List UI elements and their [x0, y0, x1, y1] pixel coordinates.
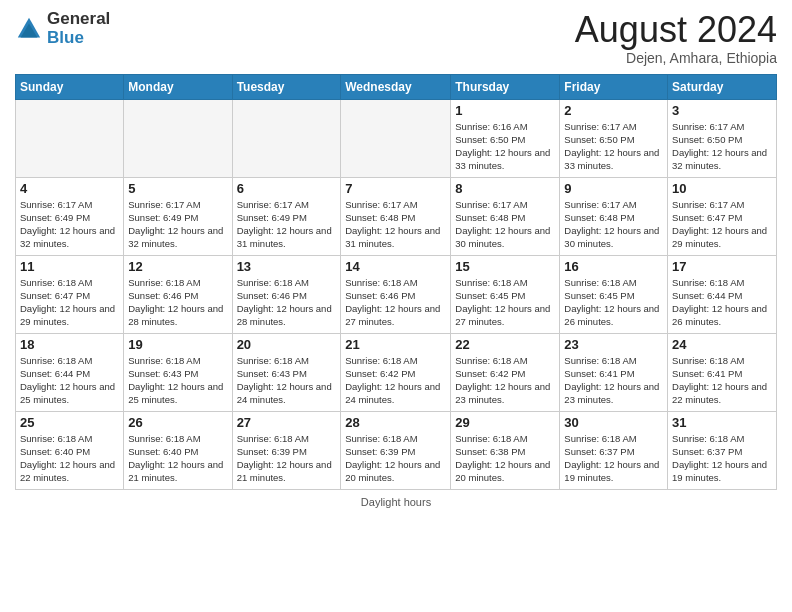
day-info: Sunrise: 6:17 AMSunset: 6:48 PMDaylight:… [455, 198, 555, 251]
footer: Daylight hours [15, 496, 777, 508]
day-number: 8 [455, 181, 555, 196]
location: Dejen, Amhara, Ethiopia [575, 50, 777, 66]
day-number: 25 [20, 415, 119, 430]
day-info: Sunrise: 6:18 AMSunset: 6:45 PMDaylight:… [564, 276, 663, 329]
calendar-cell: 9Sunrise: 6:17 AMSunset: 6:48 PMDaylight… [560, 177, 668, 255]
calendar-cell: 29Sunrise: 6:18 AMSunset: 6:38 PMDayligh… [451, 411, 560, 489]
logo-text: General Blue [47, 10, 110, 47]
day-info: Sunrise: 6:18 AMSunset: 6:38 PMDaylight:… [455, 432, 555, 485]
calendar-cell: 12Sunrise: 6:18 AMSunset: 6:46 PMDayligh… [124, 255, 232, 333]
day-number: 15 [455, 259, 555, 274]
day-info: Sunrise: 6:18 AMSunset: 6:37 PMDaylight:… [564, 432, 663, 485]
day-info: Sunrise: 6:16 AMSunset: 6:50 PMDaylight:… [455, 120, 555, 173]
day-info: Sunrise: 6:18 AMSunset: 6:40 PMDaylight:… [20, 432, 119, 485]
day-info: Sunrise: 6:17 AMSunset: 6:50 PMDaylight:… [672, 120, 772, 173]
day-info: Sunrise: 6:17 AMSunset: 6:48 PMDaylight:… [345, 198, 446, 251]
day-number: 7 [345, 181, 446, 196]
title-block: August 2024 Dejen, Amhara, Ethiopia [575, 10, 777, 66]
calendar-cell: 22Sunrise: 6:18 AMSunset: 6:42 PMDayligh… [451, 333, 560, 411]
day-number: 26 [128, 415, 227, 430]
day-info: Sunrise: 6:17 AMSunset: 6:49 PMDaylight:… [237, 198, 337, 251]
day-number: 18 [20, 337, 119, 352]
day-number: 28 [345, 415, 446, 430]
day-info: Sunrise: 6:18 AMSunset: 6:39 PMDaylight:… [345, 432, 446, 485]
day-info: Sunrise: 6:18 AMSunset: 6:46 PMDaylight:… [237, 276, 337, 329]
day-number: 21 [345, 337, 446, 352]
calendar-cell: 11Sunrise: 6:18 AMSunset: 6:47 PMDayligh… [16, 255, 124, 333]
day-header-monday: Monday [124, 74, 232, 99]
day-header-friday: Friday [560, 74, 668, 99]
day-number: 5 [128, 181, 227, 196]
calendar-cell: 30Sunrise: 6:18 AMSunset: 6:37 PMDayligh… [560, 411, 668, 489]
calendar-cell: 31Sunrise: 6:18 AMSunset: 6:37 PMDayligh… [668, 411, 777, 489]
calendar-cell: 13Sunrise: 6:18 AMSunset: 6:46 PMDayligh… [232, 255, 341, 333]
calendar-cell: 14Sunrise: 6:18 AMSunset: 6:46 PMDayligh… [341, 255, 451, 333]
calendar-cell: 28Sunrise: 6:18 AMSunset: 6:39 PMDayligh… [341, 411, 451, 489]
day-number: 20 [237, 337, 337, 352]
calendar-cell: 16Sunrise: 6:18 AMSunset: 6:45 PMDayligh… [560, 255, 668, 333]
calendar-cell: 20Sunrise: 6:18 AMSunset: 6:43 PMDayligh… [232, 333, 341, 411]
calendar-cell: 25Sunrise: 6:18 AMSunset: 6:40 PMDayligh… [16, 411, 124, 489]
day-number: 2 [564, 103, 663, 118]
day-number: 13 [237, 259, 337, 274]
day-number: 6 [237, 181, 337, 196]
header: General Blue August 2024 Dejen, Amhara, … [15, 10, 777, 66]
calendar-cell: 24Sunrise: 6:18 AMSunset: 6:41 PMDayligh… [668, 333, 777, 411]
day-header-thursday: Thursday [451, 74, 560, 99]
logo-icon [15, 15, 43, 43]
day-number: 19 [128, 337, 227, 352]
calendar-cell: 15Sunrise: 6:18 AMSunset: 6:45 PMDayligh… [451, 255, 560, 333]
day-number: 10 [672, 181, 772, 196]
calendar-cell: 3Sunrise: 6:17 AMSunset: 6:50 PMDaylight… [668, 99, 777, 177]
day-header-tuesday: Tuesday [232, 74, 341, 99]
calendar-cell: 26Sunrise: 6:18 AMSunset: 6:40 PMDayligh… [124, 411, 232, 489]
day-number: 16 [564, 259, 663, 274]
day-number: 27 [237, 415, 337, 430]
day-number: 14 [345, 259, 446, 274]
page: General Blue August 2024 Dejen, Amhara, … [0, 0, 792, 612]
calendar-cell: 1Sunrise: 6:16 AMSunset: 6:50 PMDaylight… [451, 99, 560, 177]
day-info: Sunrise: 6:18 AMSunset: 6:42 PMDaylight:… [455, 354, 555, 407]
month-title: August 2024 [575, 10, 777, 50]
calendar-cell: 18Sunrise: 6:18 AMSunset: 6:44 PMDayligh… [16, 333, 124, 411]
day-info: Sunrise: 6:18 AMSunset: 6:41 PMDaylight:… [672, 354, 772, 407]
day-number: 24 [672, 337, 772, 352]
day-number: 22 [455, 337, 555, 352]
day-info: Sunrise: 6:18 AMSunset: 6:42 PMDaylight:… [345, 354, 446, 407]
calendar-cell: 21Sunrise: 6:18 AMSunset: 6:42 PMDayligh… [341, 333, 451, 411]
calendar-cell: 2Sunrise: 6:17 AMSunset: 6:50 PMDaylight… [560, 99, 668, 177]
calendar-cell: 10Sunrise: 6:17 AMSunset: 6:47 PMDayligh… [668, 177, 777, 255]
day-number: 3 [672, 103, 772, 118]
calendar-cell [341, 99, 451, 177]
day-info: Sunrise: 6:18 AMSunset: 6:41 PMDaylight:… [564, 354, 663, 407]
day-info: Sunrise: 6:18 AMSunset: 6:44 PMDaylight:… [20, 354, 119, 407]
day-number: 17 [672, 259, 772, 274]
day-info: Sunrise: 6:18 AMSunset: 6:44 PMDaylight:… [672, 276, 772, 329]
day-info: Sunrise: 6:18 AMSunset: 6:46 PMDaylight:… [128, 276, 227, 329]
day-info: Sunrise: 6:17 AMSunset: 6:49 PMDaylight:… [20, 198, 119, 251]
calendar-cell: 19Sunrise: 6:18 AMSunset: 6:43 PMDayligh… [124, 333, 232, 411]
day-info: Sunrise: 6:18 AMSunset: 6:47 PMDaylight:… [20, 276, 119, 329]
calendar-cell [232, 99, 341, 177]
day-info: Sunrise: 6:18 AMSunset: 6:39 PMDaylight:… [237, 432, 337, 485]
calendar-cell: 5Sunrise: 6:17 AMSunset: 6:49 PMDaylight… [124, 177, 232, 255]
day-number: 30 [564, 415, 663, 430]
calendar-cell [16, 99, 124, 177]
logo: General Blue [15, 10, 110, 47]
day-number: 1 [455, 103, 555, 118]
calendar-cell: 23Sunrise: 6:18 AMSunset: 6:41 PMDayligh… [560, 333, 668, 411]
day-header-wednesday: Wednesday [341, 74, 451, 99]
day-header-saturday: Saturday [668, 74, 777, 99]
day-info: Sunrise: 6:17 AMSunset: 6:48 PMDaylight:… [564, 198, 663, 251]
calendar-table: SundayMondayTuesdayWednesdayThursdayFrid… [15, 74, 777, 490]
calendar-cell: 27Sunrise: 6:18 AMSunset: 6:39 PMDayligh… [232, 411, 341, 489]
calendar-cell: 17Sunrise: 6:18 AMSunset: 6:44 PMDayligh… [668, 255, 777, 333]
day-header-sunday: Sunday [16, 74, 124, 99]
day-number: 23 [564, 337, 663, 352]
day-number: 12 [128, 259, 227, 274]
day-info: Sunrise: 6:17 AMSunset: 6:47 PMDaylight:… [672, 198, 772, 251]
day-number: 11 [20, 259, 119, 274]
day-info: Sunrise: 6:18 AMSunset: 6:43 PMDaylight:… [237, 354, 337, 407]
day-number: 9 [564, 181, 663, 196]
day-info: Sunrise: 6:17 AMSunset: 6:49 PMDaylight:… [128, 198, 227, 251]
